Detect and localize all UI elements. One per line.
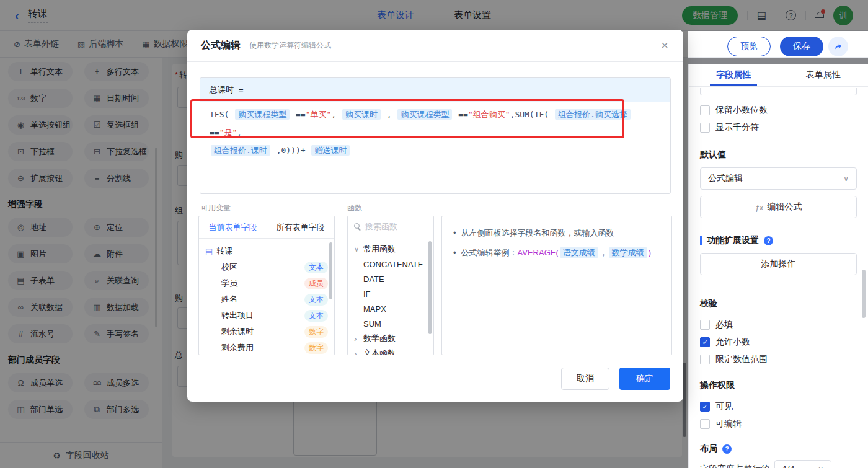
scrolled-input-remnant	[700, 88, 857, 95]
field-type-badge: 文本	[304, 294, 328, 306]
formula-field-token[interactable]: 购买课程类型	[397, 109, 452, 120]
variable-field-row[interactable]: 剩余课时数字	[205, 324, 328, 340]
formula-code-area[interactable]: IFS( 购买课程类型 =="单买", 购买课时 , 购买课程类型 =="组合购…	[200, 102, 670, 163]
formula-code: ==	[453, 110, 467, 119]
field-type-badge: 数字	[304, 342, 328, 354]
variable-field-row[interactable]: 姓名文本	[205, 291, 328, 307]
formula-field-token[interactable]: 购买课时	[342, 109, 381, 120]
checkbox-row[interactable]: 显示千分符	[700, 121, 857, 134]
form-doc-icon: ▤	[205, 247, 213, 256]
function-item[interactable]: DATE	[354, 272, 431, 286]
variable-field-name: 剩余费用	[221, 342, 254, 353]
checkbox[interactable]	[700, 105, 710, 115]
search-placeholder: 搜索函数	[365, 221, 397, 232]
chevron-down-icon	[818, 465, 823, 468]
permission-label: 操作权限	[700, 379, 857, 392]
checkbox[interactable]	[700, 419, 710, 429]
formula-code: ==	[210, 128, 219, 137]
variable-field-name: 校区	[221, 262, 237, 273]
checkbox-row[interactable]: 限定数值范围	[700, 353, 857, 366]
modal-overlay	[0, 0, 868, 31]
share-arrow-icon	[834, 42, 843, 51]
default-value-label: 默认值	[700, 149, 857, 161]
fx-icon: ƒx	[755, 203, 764, 212]
properties-scrollbar[interactable]	[862, 270, 866, 318]
formula-field-token[interactable]: 购买课程类型	[235, 109, 290, 120]
formula-code: ==	[291, 110, 305, 119]
checkbox-row[interactable]: 必填	[700, 319, 857, 331]
checkbox-label: 显示千分符	[715, 122, 759, 133]
formula-editor-modal: 公式编辑 使用数学运算符编辑公式 × 总课时 = IFS( 购买课程类型 =="…	[187, 30, 683, 402]
formula-field-token[interactable]: 组合报价.购买选择	[555, 109, 631, 120]
preview-button[interactable]: 预览	[727, 37, 771, 56]
help-example-function: AVERAGE(	[518, 248, 559, 257]
variables-scrollbar[interactable]	[329, 242, 332, 299]
checkbox-row[interactable]: 可编辑	[700, 418, 857, 430]
function-search-input[interactable]: 搜索函数	[348, 216, 433, 237]
close-icon[interactable]: ×	[661, 39, 668, 51]
variable-field-name: 剩余课时	[221, 326, 254, 337]
bullet: •	[453, 246, 456, 259]
function-group[interactable]: 数学函数	[354, 331, 431, 346]
save-button[interactable]: 保存	[780, 37, 823, 56]
tab-form-properties[interactable]: 表单属性	[779, 64, 868, 86]
function-group[interactable]: 文本函数	[354, 346, 431, 355]
add-action-button[interactable]: 添加操作	[700, 253, 857, 275]
formula-code: ,	[331, 110, 341, 119]
help-circle-icon[interactable]	[722, 444, 732, 454]
cancel-button[interactable]: 取消	[561, 368, 609, 390]
field-type-badge: 成员	[304, 278, 328, 289]
field-type-badge: 文本	[304, 310, 328, 322]
functions-scrollbar[interactable]	[428, 241, 432, 334]
tab-all-form-fields[interactable]: 所有表单字段	[267, 216, 334, 238]
field-width-select[interactable]: 1/4	[774, 460, 831, 468]
variable-form-row[interactable]: ▤转课	[205, 243, 328, 259]
checkbox-row[interactable]: 允许小数	[700, 336, 857, 348]
modal-subtitle: 使用数学运算符编辑公式	[249, 40, 331, 51]
checkbox[interactable]	[700, 355, 710, 364]
help-tip-2: 公式编辑举例：AVERAGE(语文成绩，数学成绩)	[461, 246, 652, 259]
variable-field-row[interactable]: 转出项目文本	[205, 307, 328, 324]
layout-label: 布局	[700, 443, 857, 455]
tab-current-form-fields[interactable]: 当前表单字段	[199, 216, 267, 238]
variable-field-row[interactable]: 校区文本	[205, 259, 328, 275]
formula-field-token[interactable]: 赠送课时	[311, 145, 350, 156]
extension-settings-header: 功能扩展设置	[700, 234, 857, 247]
checkbox-label: 限定数值范围	[715, 354, 768, 365]
checkbox-row[interactable]: 可见	[700, 400, 857, 413]
checkbox-label: 必填	[715, 319, 733, 330]
field-width-label: 字段宽度占整行的	[700, 464, 769, 468]
variables-label: 可用变量	[201, 203, 231, 213]
help-example-field: 数学成绩	[609, 247, 647, 258]
formula-str: "单买"	[306, 110, 332, 119]
function-item[interactable]: SUM	[354, 316, 431, 331]
checkbox-label: 保留小数位数	[715, 105, 768, 116]
share-button[interactable]	[828, 37, 848, 56]
function-group[interactable]: 常用函数	[354, 242, 431, 257]
checkbox-row[interactable]: 保留小数位数	[700, 104, 857, 117]
edit-formula-button[interactable]: ƒx编辑公式	[700, 196, 857, 218]
confirm-button[interactable]: 确定	[619, 368, 670, 390]
function-group-label: 文本函数	[363, 348, 396, 355]
formula-code: ,0)))+	[272, 146, 311, 155]
checkbox-checked[interactable]	[700, 402, 710, 412]
checkbox[interactable]	[700, 320, 710, 330]
help-circle-icon[interactable]	[764, 236, 773, 245]
formula-result-label: 总课时 =	[200, 78, 670, 102]
function-item[interactable]: CONCATENATE	[354, 257, 431, 272]
checkbox[interactable]	[700, 123, 710, 133]
help-example-comma: ，	[600, 248, 608, 257]
formula-editor-box: 总课时 = IFS( 购买课程类型 =="单买", 购买课时 , 购买课程类型 …	[200, 77, 671, 194]
variable-field-row[interactable]: 剩余费用数字	[205, 340, 328, 355]
function-item[interactable]: MAPX	[354, 301, 431, 316]
function-item[interactable]: IF	[354, 286, 431, 301]
tab-field-properties[interactable]: 字段属性	[689, 64, 779, 86]
default-value-select[interactable]: 公式编辑	[700, 167, 857, 190]
variables-panel: 当前表单字段 所有表单字段 ▤转课校区文本学员成员姓名文本转出项目文本剩余课时数…	[198, 216, 335, 355]
help-example-prefix: 公式编辑举例：	[461, 248, 518, 257]
variable-field-row[interactable]: 学员成员	[205, 275, 328, 291]
formula-field-token[interactable]: 组合报价.课时	[211, 145, 270, 156]
checkbox-label: 可编辑	[715, 418, 742, 430]
variable-field-name: 姓名	[221, 294, 237, 305]
checkbox-checked[interactable]	[700, 337, 710, 347]
